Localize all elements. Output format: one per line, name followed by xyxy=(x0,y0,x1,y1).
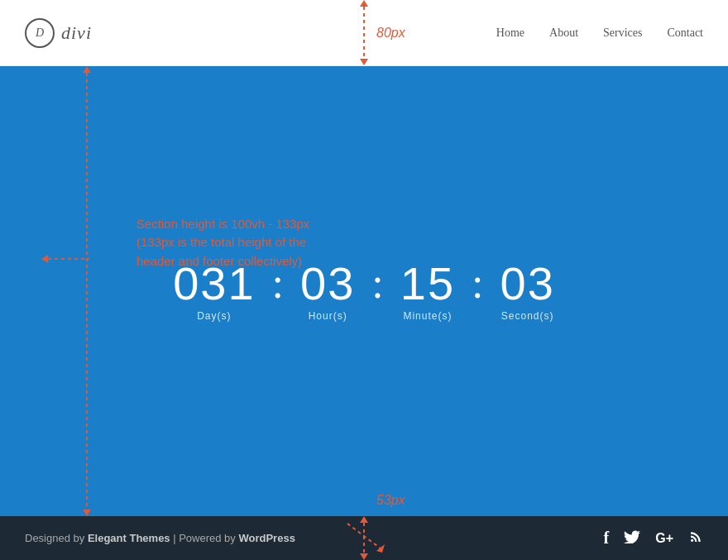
section-arrow-line xyxy=(86,73,88,510)
seconds-label: Second(s) xyxy=(501,310,554,322)
footer-text: Designed by Elegant Themes | Powered by … xyxy=(25,532,295,544)
logo-text: divi xyxy=(61,22,92,44)
nav-services[interactable]: Services xyxy=(603,26,642,40)
nav-contact[interactable]: Contact xyxy=(667,26,703,40)
colon-3: : xyxy=(472,262,483,305)
facebook-icon[interactable]: f xyxy=(604,529,610,548)
left-horiz-line xyxy=(48,258,89,260)
section-annotation: Section height is 100vh - 133px (133px i… xyxy=(136,215,309,271)
nav-links: Home About Services Contact xyxy=(496,26,703,40)
header-px-label: 80px xyxy=(376,26,405,41)
arrow-line-vertical xyxy=(363,7,365,59)
googleplus-icon[interactable]: G+ xyxy=(655,531,673,546)
section-arrow-top xyxy=(83,66,91,73)
left-arrowhead xyxy=(41,255,48,263)
hours-label: Hour(s) xyxy=(309,310,347,322)
logo-circle: D xyxy=(25,18,55,48)
footer-arrow-indicator xyxy=(339,519,389,556)
rss-icon[interactable] xyxy=(688,529,703,548)
arrow-head-bottom xyxy=(360,59,368,65)
footer: Designed by Elegant Themes | Powered by … xyxy=(0,516,728,560)
section-left-arrow xyxy=(41,255,89,263)
minutes-label: Minute(s) xyxy=(403,310,452,322)
nav-about[interactable]: About xyxy=(549,26,578,40)
footer-social-icons: f G+ xyxy=(604,529,703,548)
twitter-icon[interactable] xyxy=(624,529,640,548)
header: D divi 80px Home About Services Contact xyxy=(0,0,728,66)
days-label: Day(s) xyxy=(197,310,231,322)
nav-home[interactable]: Home xyxy=(496,26,524,40)
arrow-head-top xyxy=(360,0,368,7)
section-arrow-bottom xyxy=(83,510,91,516)
svg-line-0 xyxy=(347,524,381,548)
colon-2: : xyxy=(371,262,383,305)
countdown-seconds: 03 Second(s) xyxy=(500,261,555,322)
footer-diagonal-arrow xyxy=(339,519,389,553)
footer-px-label: 53px xyxy=(376,493,405,508)
countdown-minutes: 15 Minute(s) xyxy=(400,261,455,322)
section-height-indicator xyxy=(83,66,91,516)
seconds-value: 03 xyxy=(500,261,555,307)
main-section: Section height is 100vh - 133px (133px i… xyxy=(0,66,728,516)
header-height-indicator xyxy=(360,0,368,65)
svg-marker-1 xyxy=(376,544,385,553)
logo-area: D divi xyxy=(25,18,92,48)
minutes-value: 15 xyxy=(400,261,455,307)
